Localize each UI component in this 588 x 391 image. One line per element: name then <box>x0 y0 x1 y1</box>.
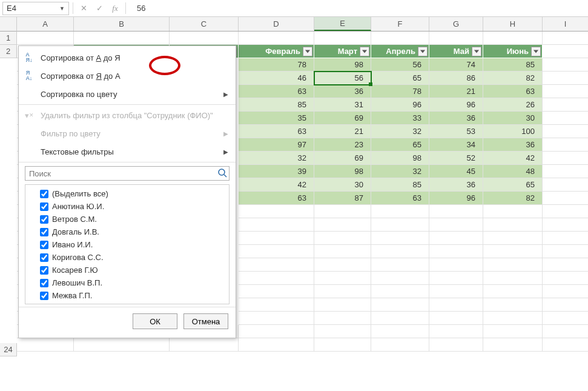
cell[interactable] <box>314 272 371 285</box>
cell[interactable] <box>429 218 483 232</box>
cell[interactable] <box>429 285 483 298</box>
cell[interactable] <box>239 245 314 258</box>
cell[interactable] <box>239 338 314 352</box>
cell[interactable] <box>429 245 483 258</box>
formula-value[interactable]: 56 <box>130 4 586 13</box>
cell[interactable] <box>239 205 314 218</box>
cell[interactable] <box>17 32 74 45</box>
cell[interactable] <box>483 312 543 325</box>
fx-icon[interactable]: fx <box>108 2 122 15</box>
cell[interactable]: 63 <box>483 85 543 98</box>
cell[interactable] <box>543 285 588 298</box>
cell[interactable] <box>429 272 483 285</box>
cell[interactable] <box>543 138 588 152</box>
cell[interactable] <box>74 338 170 352</box>
cell[interactable] <box>543 58 588 72</box>
cell[interactable] <box>429 312 483 325</box>
cell[interactable]: 32 <box>371 165 429 178</box>
cell[interactable]: 35 <box>239 112 314 125</box>
cell[interactable] <box>543 192 588 205</box>
cell[interactable] <box>239 285 314 298</box>
cell[interactable]: 32 <box>239 152 314 165</box>
cell[interactable]: 42 <box>483 152 543 165</box>
filter-value-item[interactable]: Левошич В.П. <box>27 276 228 289</box>
cell[interactable] <box>371 285 429 298</box>
cell[interactable]: 23 <box>314 138 371 152</box>
cell[interactable] <box>483 285 543 298</box>
filter-value-item[interactable]: Довгаль И.В. <box>27 226 228 238</box>
cell[interactable]: 96 <box>429 192 483 205</box>
cell[interactable] <box>239 312 314 325</box>
table-header[interactable]: Май <box>429 45 483 58</box>
cell[interactable]: 63 <box>239 85 314 98</box>
filter-values-list[interactable]: (Выделить все) Анютина Ю.И. Ветров С.М. … <box>25 184 230 304</box>
cell[interactable] <box>543 32 588 45</box>
col-header[interactable]: I <box>543 17 588 31</box>
cell[interactable] <box>543 178 588 192</box>
cell[interactable] <box>543 245 588 258</box>
cell[interactable] <box>543 272 588 285</box>
cell[interactable]: 85 <box>483 58 543 72</box>
cell[interactable]: 65 <box>371 138 429 152</box>
cell[interactable] <box>543 258 588 272</box>
cell[interactable]: 96 <box>371 98 429 112</box>
cell[interactable]: 65 <box>371 72 429 85</box>
col-header[interactable]: A <box>17 17 74 31</box>
cell[interactable]: 98 <box>314 58 371 72</box>
sort-za-item[interactable]: ЯА↓ Сортировка от Я до А <box>19 67 236 85</box>
cell[interactable] <box>239 272 314 285</box>
cell[interactable] <box>170 338 239 352</box>
cell[interactable]: 63 <box>239 192 314 205</box>
checkbox[interactable] <box>40 202 48 211</box>
checkbox[interactable] <box>40 266 48 275</box>
cell[interactable]: 34 <box>429 138 483 152</box>
sort-az-item[interactable]: АЯ↓ Сортировка от А до Я <box>19 48 236 67</box>
cell[interactable] <box>483 245 543 258</box>
cell[interactable] <box>429 232 483 245</box>
col-header[interactable]: G <box>429 17 483 31</box>
cell[interactable] <box>314 245 371 258</box>
cell[interactable]: 63 <box>239 125 314 138</box>
cell[interactable] <box>371 325 429 338</box>
cell[interactable] <box>314 32 371 45</box>
filter-value-item[interactable]: Косарев Г.Ю <box>27 264 228 276</box>
cell[interactable]: 30 <box>314 178 371 192</box>
filter-value-item[interactable]: Коригова С.С. <box>27 251 228 264</box>
cell[interactable] <box>314 312 371 325</box>
cell[interactable] <box>483 272 543 285</box>
filter-value-item[interactable]: (Выделить все) <box>27 187 228 200</box>
cell[interactable]: 100 <box>483 125 543 138</box>
cell[interactable] <box>314 218 371 232</box>
filter-dropdown-icon[interactable] <box>472 47 481 56</box>
cell[interactable] <box>543 45 588 58</box>
filter-value-item[interactable]: Ивано И.И. <box>27 238 228 251</box>
cell[interactable]: 96 <box>429 98 483 112</box>
cell[interactable] <box>371 298 429 312</box>
cell[interactable] <box>429 205 483 218</box>
cell[interactable]: 48 <box>483 165 543 178</box>
cell[interactable] <box>429 338 483 352</box>
cell[interactable] <box>314 298 371 312</box>
cell[interactable] <box>371 205 429 218</box>
cell[interactable] <box>371 258 429 272</box>
cell[interactable]: 36 <box>483 138 543 152</box>
cell[interactable]: 45 <box>429 165 483 178</box>
row-header[interactable]: 1 <box>0 32 17 45</box>
table-header[interactable]: Март <box>314 45 371 58</box>
cell[interactable] <box>543 232 588 245</box>
col-header[interactable]: E <box>314 17 371 31</box>
cell[interactable] <box>239 218 314 232</box>
cell[interactable] <box>314 325 371 338</box>
col-header[interactable]: D <box>239 17 314 31</box>
checkbox[interactable] <box>40 253 48 262</box>
cell[interactable] <box>543 338 588 352</box>
cell[interactable]: 53 <box>429 125 483 138</box>
cell[interactable]: 36 <box>429 112 483 125</box>
cell[interactable] <box>543 312 588 325</box>
cell[interactable]: 21 <box>314 125 371 138</box>
checkbox[interactable] <box>40 241 48 249</box>
cell[interactable] <box>543 98 588 112</box>
cell[interactable] <box>483 32 543 45</box>
cell[interactable]: 82 <box>483 72 543 85</box>
filter-value-item[interactable]: Анютина Ю.И. <box>27 200 228 213</box>
